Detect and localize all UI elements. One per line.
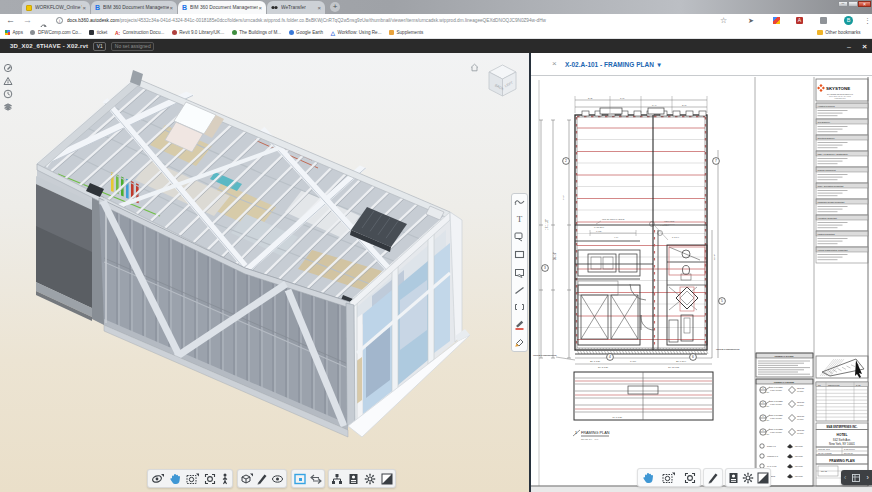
- svg-text:SKYSTONE: SKYSTONE: [826, 86, 850, 91]
- svg-text:DETAIL NUMBER: DETAIL NUMBER: [770, 414, 784, 416]
- svg-text:Lighting Consultant: Lighting Consultant: [818, 233, 836, 235]
- svg-text:HOTEL: HOTEL: [837, 433, 848, 437]
- svg-text:36'-10": 36'-10": [553, 252, 557, 260]
- svg-text:4: 4: [609, 355, 611, 359]
- svg-text:FRAMING PLAN: FRAMING PLAN: [581, 431, 610, 435]
- svg-text:DETAIL NUMBER: DETAIL NUMBER: [770, 386, 784, 388]
- svg-text:WALL TYPE: WALL TYPE: [767, 465, 777, 467]
- svg-text:4'-11 3/4": 4'-11 3/4": [660, 224, 669, 226]
- svg-text:21'-1 1/2": 21'-1 1/2": [590, 360, 600, 363]
- svg-text:WINDOW TAG: WINDOW TAG: [767, 455, 779, 457]
- svg-text:7: 7: [715, 159, 717, 163]
- svg-text:NUMBER: NUMBER: [797, 391, 804, 392]
- svg-text:SHEET NUMBER: SHEET NUMBER: [770, 390, 783, 391]
- svg-text:NO.: NO.: [818, 384, 822, 386]
- svg-text:9'-2": 9'-2": [562, 195, 565, 200]
- svg-text:DRAWN MP: DRAWN MP: [844, 452, 853, 454]
- svg-text:LOC OF SOFFIT ABOVE: LOC OF SOFFIT ABOVE: [602, 218, 625, 220]
- svg-text:ON SITE CONSTRUCTION: ON SITE CONSTRUCTION: [533, 354, 557, 356]
- svg-text:6'-4": 6'-4": [652, 104, 657, 106]
- svg-text:8'-2": 8'-2": [588, 97, 593, 99]
- svg-text:12'-4": 12'-4": [713, 254, 716, 260]
- svg-text:DETAIL NUMBER: DETAIL NUMBER: [770, 400, 784, 402]
- svg-text:DOOR TAG: DOOR TAG: [767, 445, 777, 447]
- svg-text:DETAIL NUMBER: DETAIL NUMBER: [770, 428, 784, 430]
- svg-text:3: 3: [544, 266, 546, 270]
- svg-text:PLAN: PLAN: [821, 470, 827, 472]
- svg-text:REVISION: REVISION: [795, 476, 803, 477]
- svg-text:Architect of Record: Architect of Record: [818, 105, 835, 107]
- svg-text:SECTION: SECTION: [797, 416, 805, 417]
- svg-text:REVISION: REVISION: [795, 456, 803, 457]
- svg-text:7'-6": 7'-6": [620, 97, 625, 99]
- svg-text:SCALE AS NOTED: SCALE AS NOTED: [818, 452, 833, 454]
- svg-text:6: 6: [692, 355, 694, 359]
- svg-text:Structural Engineer: Structural Engineer: [818, 137, 835, 139]
- svg-text:SHEET NUMBER: SHEET NUMBER: [770, 432, 783, 433]
- svg-text:FRAMING PLAN: FRAMING PLAN: [829, 459, 855, 463]
- svg-text:1: 1: [763, 415, 764, 417]
- svg-text:SHEET NUMBER: SHEET NUMBER: [770, 418, 783, 419]
- svg-text:Modular Component: Modular Component: [818, 169, 837, 171]
- svg-text:NUMBER: NUMBER: [797, 419, 804, 420]
- svg-text:4'-6": 4'-6": [614, 236, 619, 238]
- svg-text:21'-6 3/4": 21'-6 3/4": [676, 360, 686, 363]
- svg-text:7'-0S": 7'-0S": [596, 230, 602, 232]
- svg-text:SECTION: SECTION: [797, 430, 805, 431]
- svg-text:7'-10": 7'-10": [630, 360, 636, 363]
- svg-text:DESCRIPTION: DESCRIPTION: [828, 384, 840, 386]
- svg-text:Vertical Transportation Consul: Vertical Transportation Consultant: [818, 249, 848, 251]
- svg-text:GENERAL LEGEND: GENERAL LEGEND: [774, 381, 795, 383]
- svg-text:Acoustical Consultant: Acoustical Consultant: [818, 217, 838, 219]
- svg-text:NUMBER: NUMBER: [797, 405, 804, 406]
- svg-text:REVISION: REVISION: [795, 466, 803, 467]
- svg-text:A-000: A-000: [765, 419, 769, 421]
- svg-text:34'-5 1/2": 34'-5 1/2": [598, 366, 608, 369]
- svg-text:41'-8 1/2": 41'-8 1/2": [612, 416, 622, 419]
- svg-text:A-000: A-000: [765, 405, 769, 407]
- svg-text:GENERAL NOTES: GENERAL NOTES: [775, 355, 794, 357]
- svg-text:A-000: A-000: [765, 433, 769, 435]
- svg-text:New York, NY 10001: New York, NY 10001: [829, 442, 855, 446]
- svg-text:17'-10 1/2": 17'-10 1/2": [668, 366, 680, 369]
- svg-text:8'-0": 8'-0": [682, 104, 687, 106]
- svg-text:MEP / FP Engineer / Sustainabi: MEP / FP Engineer / Sustainability: [818, 153, 849, 155]
- svg-text:SECTION: SECTION: [797, 402, 805, 403]
- svg-text:2: 2: [565, 159, 567, 163]
- svg-text:1: 1: [763, 429, 764, 431]
- svg-text:17'-1 1/2": 17'-1 1/2": [545, 219, 549, 230]
- svg-text:T: T: [517, 214, 523, 223]
- svg-text:M&B ENTERPRISES INC.: M&B ENTERPRISES INC.: [827, 425, 858, 429]
- svg-text:T 212.555.0100: T 212.555.0100: [834, 98, 845, 99]
- svg-text:Code / Expediting Consultant: Code / Expediting Consultant: [818, 185, 844, 187]
- svg-text:ON SITE CONSTRUCTION: ON SITE CONSTRUCTION: [716, 348, 740, 350]
- svg-text:SECTION: SECTION: [797, 388, 805, 389]
- svg-text:SHEET NUMBER: SHEET NUMBER: [770, 404, 783, 405]
- svg-text:Landscape Design Consultant: Landscape Design Consultant: [818, 201, 845, 203]
- svg-text:Civil Engineer: Civil Engineer: [818, 121, 831, 123]
- svg-text:PROJ NO. 1802: PROJ NO. 1802: [818, 449, 830, 450]
- svg-text:REVISION: REVISION: [795, 446, 803, 447]
- svg-text:NUMBER: NUMBER: [797, 433, 804, 434]
- svg-text:A-000: A-000: [765, 391, 769, 393]
- svg-text:5: 5: [721, 299, 723, 303]
- svg-text:8'-2 1/4": 8'-2 1/4": [672, 236, 680, 238]
- svg-text:DATE 05/31/19: DATE 05/31/19: [844, 448, 855, 450]
- svg-text:1: 1: [763, 401, 764, 403]
- svg-text:SKYSTONE DEVELOPMENT LLC: SKYSTONE DEVELOPMENT LLC: [827, 93, 854, 95]
- svg-text:SCALE: 1/4" = 1'-0": SCALE: 1/4" = 1'-0": [581, 438, 599, 440]
- svg-text:WELL HOLE: WELL HOLE: [664, 220, 675, 222]
- svg-text:1: 1: [763, 387, 764, 389]
